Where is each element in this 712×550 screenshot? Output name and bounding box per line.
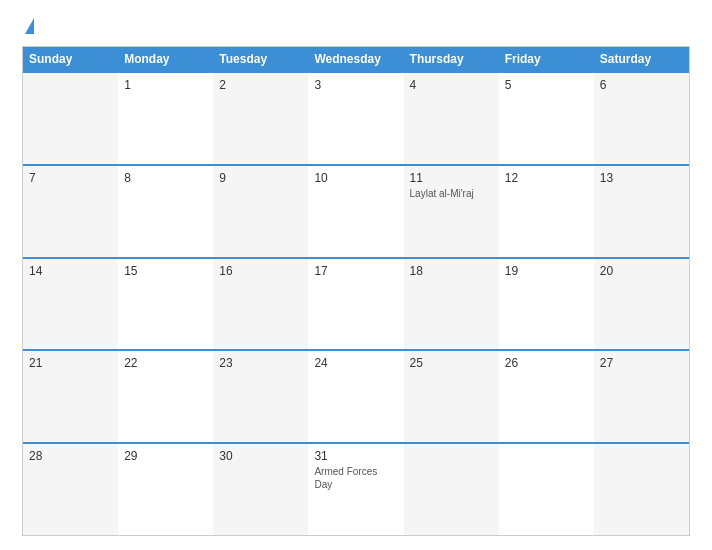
cell-day-number: 24 [314,356,397,370]
calendar-cell: 30 [213,444,308,535]
cell-day-number: 4 [410,78,493,92]
day-header-sunday: Sunday [23,47,118,71]
calendar-cell: 19 [499,259,594,350]
cell-day-number: 22 [124,356,207,370]
cell-day-number: 3 [314,78,397,92]
day-header-saturday: Saturday [594,47,689,71]
day-header-wednesday: Wednesday [308,47,403,71]
calendar-cell: 20 [594,259,689,350]
calendar-cell: 11Laylat al-Mi'raj [404,166,499,257]
cell-day-number: 9 [219,171,302,185]
cell-day-number: 11 [410,171,493,185]
calendar-cell: 27 [594,351,689,442]
page-header [22,18,690,36]
calendar-cell: 9 [213,166,308,257]
cell-day-number: 28 [29,449,112,463]
calendar-cell [404,444,499,535]
cell-day-number: 16 [219,264,302,278]
cell-day-number: 25 [410,356,493,370]
cell-day-number: 5 [505,78,588,92]
calendar-cell: 23 [213,351,308,442]
cell-day-number: 6 [600,78,683,92]
calendar-cell: 3 [308,73,403,164]
cell-day-number: 23 [219,356,302,370]
calendar-cell: 5 [499,73,594,164]
cell-day-number: 12 [505,171,588,185]
calendar-cell: 25 [404,351,499,442]
cell-day-number: 20 [600,264,683,278]
calendar-week-1: 123456 [23,71,689,164]
cell-day-number: 14 [29,264,112,278]
calendar-cell: 10 [308,166,403,257]
cell-day-number: 7 [29,171,112,185]
calendar-cell: 16 [213,259,308,350]
logo [22,18,34,36]
day-header-monday: Monday [118,47,213,71]
calendar-cell: 14 [23,259,118,350]
day-header-thursday: Thursday [404,47,499,71]
calendar-cell: 12 [499,166,594,257]
calendar-grid: SundayMondayTuesdayWednesdayThursdayFrid… [22,46,690,536]
cell-day-number: 18 [410,264,493,278]
calendar-week-4: 21222324252627 [23,349,689,442]
calendar-cell: 8 [118,166,213,257]
calendar-cell: 28 [23,444,118,535]
cell-day-number: 17 [314,264,397,278]
cell-day-number: 1 [124,78,207,92]
cell-day-number: 2 [219,78,302,92]
cell-day-number: 21 [29,356,112,370]
calendar-cell: 29 [118,444,213,535]
cell-event-label: Armed Forces Day [314,465,397,491]
cell-day-number: 29 [124,449,207,463]
calendar-week-5: 28293031Armed Forces Day [23,442,689,535]
calendar-cell: 1 [118,73,213,164]
calendar-cell: 17 [308,259,403,350]
cell-day-number: 8 [124,171,207,185]
cell-day-number: 27 [600,356,683,370]
logo-triangle-icon [25,18,34,34]
cell-event-label: Laylat al-Mi'raj [410,187,493,200]
calendar-cell: 18 [404,259,499,350]
calendar-header-row: SundayMondayTuesdayWednesdayThursdayFrid… [23,47,689,71]
day-header-tuesday: Tuesday [213,47,308,71]
cell-day-number: 19 [505,264,588,278]
cell-day-number: 30 [219,449,302,463]
cell-day-number: 31 [314,449,397,463]
cell-day-number: 10 [314,171,397,185]
calendar-week-3: 14151617181920 [23,257,689,350]
calendar-cell: 21 [23,351,118,442]
calendar-cell [499,444,594,535]
calendar-cell: 26 [499,351,594,442]
cell-day-number: 26 [505,356,588,370]
calendar-week-2: 7891011Laylat al-Mi'raj1213 [23,164,689,257]
calendar-page: SundayMondayTuesdayWednesdayThursdayFrid… [0,0,712,550]
calendar-cell: 2 [213,73,308,164]
calendar-cell: 6 [594,73,689,164]
calendar-cell: 22 [118,351,213,442]
calendar-cell: 4 [404,73,499,164]
calendar-cell: 15 [118,259,213,350]
day-header-friday: Friday [499,47,594,71]
cell-day-number: 13 [600,171,683,185]
calendar-cell: 13 [594,166,689,257]
cell-day-number: 15 [124,264,207,278]
calendar-cell [594,444,689,535]
calendar-cell: 24 [308,351,403,442]
calendar-cell: 7 [23,166,118,257]
calendar-body: 1234567891011Laylat al-Mi'raj12131415161… [23,71,689,535]
calendar-cell: 31Armed Forces Day [308,444,403,535]
calendar-cell [23,73,118,164]
